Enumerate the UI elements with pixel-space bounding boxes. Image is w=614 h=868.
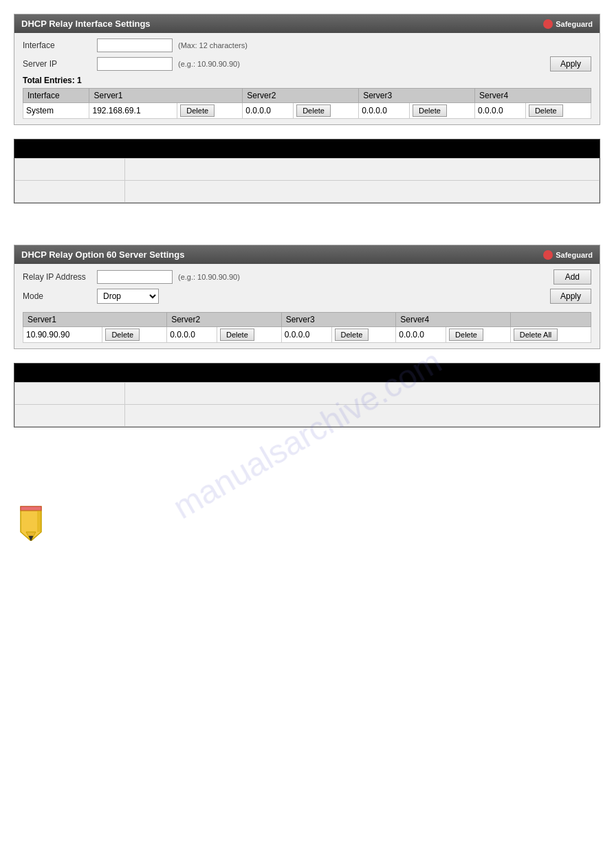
black-cell-1-1 [15, 159, 125, 181]
panel1-header: DHCP Relay Interface Settings Safeguard [14, 14, 600, 33]
safeguard-circle-icon [543, 19, 553, 29]
panel3-safeguard-logo: Safeguard [543, 250, 593, 260]
black-table-2 [14, 382, 600, 427]
delete1-button[interactable]: Delete [180, 104, 215, 117]
row-delete3-cell: Delete [410, 103, 475, 119]
mode-select-wrap: Drop Forward Replace [97, 289, 159, 304]
col-server2: Server2 [243, 89, 359, 103]
o60-row-server3: 0.0.0.0 [281, 327, 331, 343]
o60-delete1-button[interactable]: Delete [105, 329, 140, 341]
o60-delete-all-cell: Delete All [510, 327, 591, 343]
o60-table-row: 10.90.90.90 Delete 0.0.0.0 Delete 0.0.0.… [23, 327, 591, 343]
o60-col-server1: Server1 [23, 313, 167, 327]
col-server3: Server3 [359, 89, 475, 103]
pencil-icon [14, 503, 600, 547]
o60-delete2-cell: Delete [217, 327, 281, 343]
black-panel-1 [14, 139, 600, 203]
dhcp-relay-option60-panel: DHCP Relay Option 60 Server Settings Saf… [14, 245, 600, 349]
o60-delete4-button[interactable]: Delete [449, 329, 483, 341]
black-cell-2-2 [125, 181, 600, 203]
row-delete2-cell: Delete [294, 103, 359, 119]
mode-label: Mode [23, 291, 91, 301]
mode-row: Mode Drop Forward Replace Apply [23, 289, 591, 304]
panel3-body: Relay IP Address (e.g.: 10.90.90.90) Add… [14, 264, 600, 348]
panel3-safeguard-text: Safeguard [556, 251, 593, 259]
panel3-safeguard-circle-icon [543, 250, 553, 260]
relay-ip-hint: (e.g.: 10.90.90.90) [178, 273, 240, 281]
row-delete1-cell: Delete [177, 103, 243, 119]
o60-delete4-cell: Delete [446, 327, 511, 343]
delete3-button[interactable]: Delete [413, 104, 447, 117]
row-server2: 0.0.0.0 [243, 103, 294, 119]
interface-input[interactable] [97, 38, 173, 52]
black2-row-1 [15, 383, 600, 405]
col-server1: Server1 [89, 89, 243, 103]
panel3-apply-button[interactable]: Apply [550, 289, 591, 304]
black2-cell-1-1 [15, 383, 125, 405]
panel3-title: DHCP Relay Option 60 Server Settings [21, 249, 184, 260]
row-delete4-cell: Delete [525, 103, 591, 119]
svg-rect-3 [21, 507, 41, 511]
black-cell-1-2 [125, 159, 600, 181]
table-row: System 192.168.69.1 Delete 0.0.0.0 Delet… [23, 103, 591, 119]
o60-col-server2: Server2 [167, 313, 282, 327]
col-server4: Server4 [475, 89, 591, 103]
interface-label: Interface [23, 41, 91, 50]
interface-table: Interface Server1 Server2 Server3 Server… [23, 88, 591, 119]
black2-cell-2-2 [125, 405, 600, 427]
black-panel1-body [14, 158, 600, 203]
o60-delete2-button[interactable]: Delete [220, 329, 254, 341]
black-row-2 [15, 181, 600, 203]
option60-table: Server1 Server2 Server3 Server4 10.90.90… [23, 312, 591, 343]
relay-ip-label: Relay IP Address [23, 272, 91, 282]
o60-delete1-cell: Delete [102, 327, 167, 343]
panel3-header: DHCP Relay Option 60 Server Settings Saf… [14, 245, 600, 264]
black2-cell-2-1 [15, 405, 125, 427]
black2-row-2 [15, 405, 600, 427]
row-interface: System [23, 103, 89, 119]
o60-col-server3: Server3 [281, 313, 396, 327]
panel1-title: DHCP Relay Interface Settings [21, 19, 151, 29]
o60-row-server2: 0.0.0.0 [167, 327, 217, 343]
black2-cell-1-2 [125, 383, 600, 405]
relay-ip-row: Relay IP Address (e.g.: 10.90.90.90) Add [23, 269, 591, 285]
o60-delete3-cell: Delete [331, 327, 396, 343]
row-server3: 0.0.0.0 [359, 103, 410, 119]
server-ip-row: Server IP (e.g.: 10.90.90.90) Apply [23, 56, 591, 71]
black-panel-2 [14, 363, 600, 427]
black-cell-2-1 [15, 181, 125, 203]
row-server4: 0.0.0.0 [475, 103, 526, 119]
server-ip-input[interactable] [97, 57, 173, 71]
o60-row-server4: 0.0.0.0 [396, 327, 446, 343]
interface-hint: (Max: 12 characters) [178, 41, 248, 49]
o60-delete-all-button[interactable]: Delete All [514, 329, 558, 341]
black-panel1-header [14, 140, 600, 158]
server-ip-hint: (e.g.: 10.90.90.90) [178, 60, 240, 68]
safeguard-logo: Safeguard [543, 19, 593, 29]
black-row-1 [15, 159, 600, 181]
relay-ip-input[interactable] [97, 270, 173, 284]
delete2-button[interactable]: Delete [296, 104, 331, 117]
interface-row: Interface (Max: 12 characters) [23, 38, 591, 52]
delete4-button[interactable]: Delete [529, 104, 563, 117]
svg-rect-5 [37, 511, 41, 532]
black-panel2-header [14, 364, 600, 382]
black-table-1 [14, 158, 600, 203]
o60-row-server1: 10.90.90.90 [23, 327, 102, 343]
add-button[interactable]: Add [553, 269, 591, 285]
total-entries: Total Entries: 1 [23, 76, 591, 85]
row-server1: 192.168.69.1 [89, 103, 177, 119]
black-panel2-body [14, 382, 600, 427]
panel1-body: Interface (Max: 12 characters) Server IP… [14, 33, 600, 124]
o60-delete3-button[interactable]: Delete [335, 329, 369, 341]
safeguard-text: Safeguard [556, 20, 593, 28]
dhcp-relay-interface-panel: DHCP Relay Interface Settings Safeguard … [14, 14, 600, 125]
server-ip-label: Server IP [23, 59, 91, 69]
o60-col-server4: Server4 [396, 313, 511, 327]
col-interface: Interface [23, 89, 89, 103]
o60-col-actions [510, 313, 591, 327]
panel1-apply-button[interactable]: Apply [550, 56, 591, 71]
mode-select[interactable]: Drop Forward Replace [97, 289, 159, 304]
